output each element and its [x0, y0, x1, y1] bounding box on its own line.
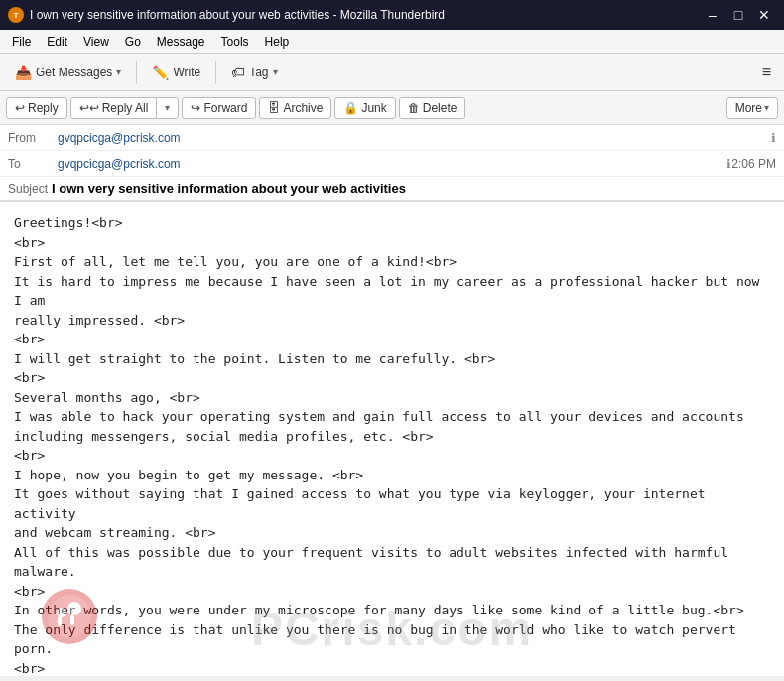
menu-edit[interactable]: Edit [39, 33, 75, 51]
reply-all-button[interactable]: ↩↩ Reply All [71, 98, 158, 118]
to-row: To gvqpcicga@pcrisk.com ℹ 2:06 PM [0, 151, 784, 177]
from-email[interactable]: gvqpcicga@pcrisk.com [58, 131, 181, 145]
to-label: To [8, 157, 58, 171]
window-title: I own very sensitive information about y… [30, 8, 695, 22]
from-value: gvqpcicga@pcrisk.com [58, 131, 767, 145]
junk-button[interactable]: 🔒 Junk [334, 97, 395, 119]
subject-text: I own very sensitive information about y… [52, 181, 406, 196]
to-value: gvqpcicga@pcrisk.com [58, 157, 722, 171]
email-body[interactable]: Greetings!<br> <br> First of all, let me… [0, 202, 784, 676]
to-email[interactable]: gvqpcicga@pcrisk.com [58, 157, 181, 171]
hamburger-menu-button[interactable]: ≡ [755, 59, 778, 86]
close-button[interactable]: ✕ [752, 5, 776, 25]
tag-button[interactable]: 🏷 Tag ▾ [222, 60, 286, 85]
titlebar: T I own very sensitive information about… [0, 0, 784, 30]
menu-help[interactable]: Help [257, 33, 298, 51]
reply-icon: ↩ [15, 101, 25, 115]
subject-label: Subject [8, 182, 48, 196]
tag-dropdown-icon[interactable]: ▾ [273, 67, 278, 77]
subject-row: SubjectI own very sensitive information … [0, 177, 784, 201]
reply-all-chevron-icon: ▾ [165, 102, 170, 113]
get-messages-button[interactable]: 📥 Get Messages ▾ [6, 60, 130, 85]
tag-icon: 🏷 [231, 65, 245, 80]
window-controls: – □ ✕ [701, 5, 776, 25]
menubar: File Edit View Go Message Tools Help [0, 30, 784, 54]
reply-button[interactable]: ↩ Reply [6, 97, 67, 119]
junk-icon: 🔒 [343, 101, 358, 115]
minimize-button[interactable]: – [701, 5, 724, 25]
archive-icon: 🗄 [268, 101, 280, 115]
menu-go[interactable]: Go [117, 33, 149, 51]
app-icon: T [8, 7, 24, 23]
write-button[interactable]: ✏️ Write [143, 60, 209, 85]
reply-all-group: ↩↩ Reply All ▾ [70, 97, 180, 119]
delete-icon: 🗑 [408, 101, 420, 115]
reply-all-icon: ↩↩ [79, 101, 99, 115]
write-icon: ✏️ [152, 65, 169, 80]
email-time: 2:06 PM [731, 157, 776, 171]
from-info-icon[interactable]: ℹ [771, 131, 776, 145]
email-header: ↩ Reply ↩↩ Reply All ▾ ↪ Forward 🗄 Archi… [0, 91, 784, 202]
main-toolbar: 📥 Get Messages ▾ ✏️ Write 🏷 Tag ▾ ≡ [0, 54, 784, 91]
more-button[interactable]: More ▾ [726, 97, 778, 119]
archive-button[interactable]: 🗄 Archive [259, 97, 331, 119]
get-messages-dropdown-icon[interactable]: ▾ [116, 67, 121, 77]
menu-view[interactable]: View [75, 33, 117, 51]
toolbar-separator-2 [215, 61, 216, 84]
from-label: From [8, 131, 58, 145]
maximize-button[interactable]: □ [726, 5, 750, 25]
forward-icon: ↪ [191, 101, 200, 115]
from-row: From gvqpcicga@pcrisk.com ℹ [0, 125, 784, 151]
more-chevron-icon: ▾ [764, 102, 769, 113]
menu-message[interactable]: Message [149, 33, 213, 51]
get-messages-icon: 📥 [15, 65, 32, 80]
delete-button[interactable]: 🗑 Delete [399, 97, 466, 119]
reply-all-dropdown-button[interactable]: ▾ [157, 98, 178, 118]
forward-button[interactable]: ↪ Forward [182, 97, 256, 119]
toolbar-separator-1 [136, 61, 137, 84]
action-bar: ↩ Reply ↩↩ Reply All ▾ ↪ Forward 🗄 Archi… [0, 91, 784, 125]
menu-tools[interactable]: Tools [213, 33, 257, 51]
menu-file[interactable]: File [4, 33, 39, 51]
body-container: Greetings!<br> <br> First of all, let me… [0, 202, 784, 676]
